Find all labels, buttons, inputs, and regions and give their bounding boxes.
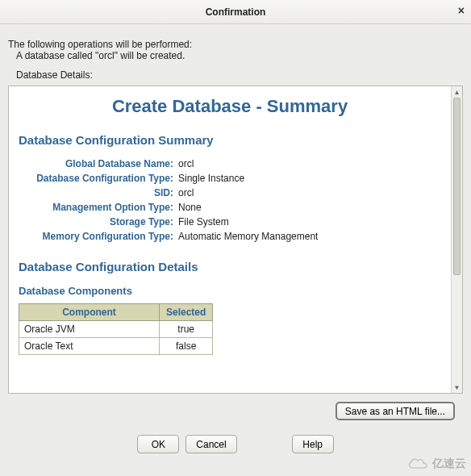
close-icon[interactable]: × — [458, 4, 465, 17]
titlebar: Confirmation × — [0, 0, 471, 24]
kv-value: orcl — [178, 158, 194, 169]
details-label: Database Details: — [16, 69, 463, 81]
kv-row: Storage Type: File System — [19, 216, 441, 228]
kv-row: SID: orcl — [19, 187, 441, 198]
kv-value: Automatic Memory Management — [178, 231, 318, 242]
col-selected: Selected — [160, 304, 213, 321]
kv-value: None — [178, 202, 202, 213]
kv-label: SID: — [19, 187, 173, 198]
kv-row: Database Configuration Type: Single Inst… — [19, 173, 441, 184]
table-header-row: Component Selected — [19, 304, 213, 321]
intro-line-1: The following operations will be perform… — [8, 39, 463, 50]
save-row: Save as an HTML file... — [8, 394, 463, 424]
kv-label: Management Option Type: — [19, 202, 173, 213]
cell-selected: false — [160, 338, 213, 355]
cancel-button[interactable]: Cancel — [185, 435, 236, 453]
kv-row: Memory Configuration Type: Automatic Mem… — [19, 231, 441, 242]
intro-line-2: A database called "orcl" will be created… — [16, 50, 463, 61]
config-details-heading: Database Configuration Details — [19, 260, 441, 273]
kv-value: File System — [178, 216, 229, 228]
kv-value: orcl — [178, 187, 194, 198]
components-heading: Database Components — [19, 285, 441, 297]
page-title: Create Database - Summary — [19, 96, 441, 117]
cell-component: Oracle JVM — [19, 321, 160, 338]
scroll-up-icon[interactable]: ▲ — [452, 86, 462, 98]
scroll-thumb[interactable] — [453, 98, 461, 275]
button-row: OK Cancel Help — [8, 424, 463, 460]
ok-button[interactable]: OK — [137, 435, 179, 453]
cell-selected: true — [160, 321, 213, 338]
config-summary-heading: Database Configuration Summary — [19, 133, 441, 147]
kv-row: Global Database Name: orcl — [19, 158, 441, 169]
save-as-html-button[interactable]: Save as an HTML file... — [336, 402, 455, 420]
components-table: Component Selected Oracle JVM true Oracl… — [19, 303, 213, 355]
dialog-body: The following operations will be perform… — [0, 24, 471, 463]
window-title: Confirmation — [206, 6, 266, 18]
summary-scroll-area[interactable]: Create Database - Summary Database Confi… — [9, 86, 451, 393]
kv-label: Database Configuration Type: — [19, 173, 173, 184]
table-row: Oracle Text false — [19, 338, 213, 355]
intro-text: The following operations will be perform… — [8, 39, 463, 61]
cell-component: Oracle Text — [19, 338, 160, 355]
summary-panel: Create Database - Summary Database Confi… — [8, 86, 463, 394]
kv-row: Management Option Type: None — [19, 202, 441, 213]
table-row: Oracle JVM true — [19, 321, 213, 338]
kv-label: Storage Type: — [19, 216, 173, 228]
scroll-down-icon[interactable]: ▼ — [452, 382, 462, 393]
scrollbar[interactable]: ▲ ▼ — [451, 86, 462, 393]
kv-label: Memory Configuration Type: — [19, 231, 173, 242]
help-button[interactable]: Help — [292, 435, 334, 453]
kv-value: Single Instance — [178, 173, 244, 184]
col-component: Component — [19, 304, 160, 321]
kv-label: Global Database Name: — [19, 158, 173, 169]
